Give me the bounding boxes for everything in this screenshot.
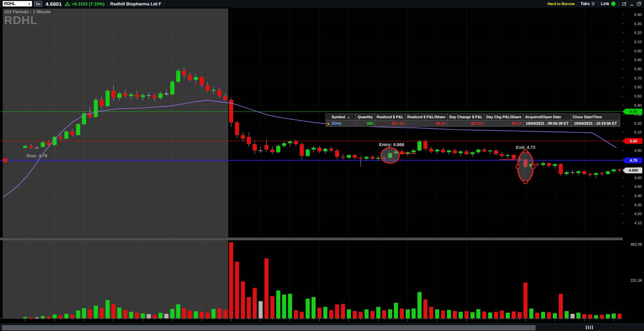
volume-bar bbox=[105, 300, 110, 318]
candle-body bbox=[335, 151, 339, 157]
volume-bar bbox=[276, 291, 280, 318]
minimize-icon[interactable] bbox=[630, 2, 634, 6]
price-axis bbox=[623, 8, 644, 324]
scrollbar-grip[interactable] bbox=[586, 326, 593, 329]
candle-body bbox=[247, 137, 251, 144]
candle-body bbox=[470, 152, 475, 154]
volume-bar bbox=[235, 262, 239, 318]
candle-body bbox=[441, 150, 445, 152]
scrollbar-thumb[interactable] bbox=[2, 325, 535, 330]
candle-body bbox=[223, 96, 227, 100]
selection-handle[interactable] bbox=[524, 150, 527, 153]
selection-handle[interactable] bbox=[532, 165, 535, 168]
volume-bar bbox=[317, 308, 321, 318]
candle-body bbox=[594, 173, 598, 175]
column-header[interactable]: Symbol▲ bbox=[326, 114, 356, 120]
candle-body bbox=[617, 170, 622, 171]
symbol-input[interactable]: RDHL ▼ bbox=[3, 1, 32, 6]
candle-body bbox=[359, 158, 363, 159]
candle-body bbox=[170, 82, 175, 94]
candle-body bbox=[506, 155, 510, 156]
price-tick-label: 6.30 bbox=[634, 22, 642, 26]
edit-window-icon[interactable] bbox=[622, 2, 627, 6]
column-header[interactable]: Acquired/Open Date bbox=[523, 114, 571, 120]
price-tick-label: 4.40 bbox=[634, 194, 642, 198]
candle-body bbox=[212, 90, 216, 91]
column-header[interactable]: Realized $ P&L bbox=[375, 114, 406, 120]
candle-body bbox=[429, 149, 433, 151]
volume-bar bbox=[241, 281, 245, 318]
horizontal-scrollbar[interactable] bbox=[0, 324, 644, 331]
candle-body bbox=[535, 164, 539, 165]
volume-bar bbox=[117, 308, 121, 318]
column-header[interactable]: Quantity bbox=[356, 114, 375, 120]
volume-bar bbox=[370, 311, 375, 318]
candle-body bbox=[559, 164, 563, 174]
candle-body bbox=[329, 149, 333, 150]
volume-bar bbox=[170, 309, 175, 318]
risk-line-handle[interactable] bbox=[3, 158, 7, 162]
link-status-icon bbox=[611, 1, 616, 6]
candle-body bbox=[276, 146, 280, 152]
position-row[interactable]: ▶RDHL200-$27.20-$0.14-$27.20-$0.1410/04/… bbox=[326, 120, 620, 127]
volume-bar bbox=[112, 304, 116, 318]
volume-bar bbox=[264, 258, 268, 318]
expand-row-icon[interactable]: ▶ bbox=[328, 122, 330, 125]
volume-bar bbox=[517, 312, 522, 318]
selection-handle[interactable] bbox=[516, 165, 519, 168]
candle-body bbox=[376, 158, 380, 159]
volume-bar bbox=[88, 309, 92, 318]
candle-body bbox=[253, 144, 257, 151]
candle-body bbox=[612, 170, 616, 171]
candle-body bbox=[500, 154, 504, 156]
volume-bar bbox=[382, 310, 386, 318]
volume-bar bbox=[94, 306, 98, 318]
tabs-button[interactable]: Tabs bbox=[580, 1, 595, 6]
candle-body bbox=[435, 150, 439, 151]
volume-bar bbox=[576, 313, 580, 318]
link-button[interactable]: Link bbox=[601, 1, 616, 6]
candle-body bbox=[264, 145, 268, 150]
candle-body bbox=[41, 142, 45, 147]
candle-body bbox=[459, 151, 463, 153]
volume-bar bbox=[200, 312, 204, 318]
volume-bar bbox=[535, 313, 539, 318]
volume-bar bbox=[288, 294, 292, 318]
volume-bar bbox=[212, 309, 216, 318]
volume-bar bbox=[547, 312, 551, 318]
column-header[interactable]: Day Change $ P&L bbox=[447, 114, 484, 120]
volume-bar bbox=[600, 315, 604, 318]
up-triangle-icon bbox=[65, 2, 70, 6]
candle-body bbox=[323, 149, 327, 151]
candle-body bbox=[288, 141, 292, 143]
volume-bar bbox=[253, 288, 257, 318]
column-header[interactable]: Realized $ P&L/Share bbox=[406, 114, 448, 120]
candle-body bbox=[205, 85, 210, 91]
volume-bar bbox=[188, 311, 192, 318]
volume-bar bbox=[512, 312, 516, 318]
candle-body bbox=[100, 100, 104, 106]
candle-body bbox=[571, 172, 575, 173]
volume-bar bbox=[553, 313, 557, 318]
exit-marker-ellipse[interactable] bbox=[518, 151, 533, 182]
volume-bar bbox=[476, 309, 480, 318]
candle-body bbox=[465, 151, 469, 154]
go-button[interactable]: Go bbox=[34, 1, 42, 6]
chart-canvas[interactable]: Entry: 4.866Exit: 4.73Risk: 4.796.406.30… bbox=[0, 8, 644, 324]
volume-bar bbox=[205, 313, 210, 318]
chevron-down-icon[interactable]: ▼ bbox=[28, 2, 31, 5]
candle-body bbox=[482, 150, 486, 151]
volume-bar bbox=[329, 310, 333, 318]
entry-marker-ellipse[interactable] bbox=[381, 147, 399, 163]
volume-bar bbox=[453, 311, 457, 318]
volume-bar bbox=[29, 317, 33, 318]
exit-label: Exit: 4.73 bbox=[516, 145, 535, 150]
volume-bar bbox=[147, 314, 151, 318]
column-header[interactable]: Day Chg P&L/Share bbox=[484, 114, 523, 120]
volume-bar bbox=[335, 304, 339, 318]
selection-handle[interactable] bbox=[524, 180, 527, 184]
price-tick-label: 6.40 bbox=[634, 13, 642, 17]
tabs-label: Tabs bbox=[580, 1, 590, 6]
column-header[interactable]: Close Date/Time bbox=[571, 114, 620, 120]
restore-window-icon[interactable] bbox=[637, 2, 641, 6]
